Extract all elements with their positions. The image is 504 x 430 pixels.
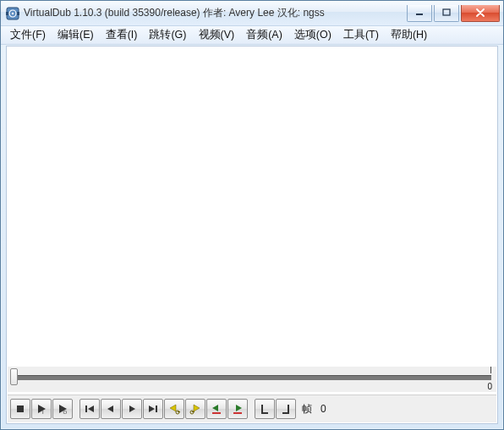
svg-rect-17 (156, 406, 157, 412)
mark-in-icon (258, 402, 271, 416)
scene-prev-button[interactable] (206, 399, 227, 419)
mark-out-button[interactable] (276, 399, 296, 419)
svg-rect-3 (6, 12, 8, 15)
timeline-track[interactable] (13, 375, 491, 380)
play-input-icon: I (35, 402, 48, 416)
frame-label: 帧 0 (302, 402, 326, 416)
svg-marker-14 (107, 406, 113, 412)
svg-rect-27 (233, 412, 242, 414)
window-controls (407, 5, 500, 22)
scene-next-button[interactable] (227, 399, 248, 419)
svg-rect-12 (85, 406, 87, 412)
key-next-icon (189, 402, 202, 416)
key-prev-icon (167, 402, 181, 416)
svg-marker-16 (149, 406, 155, 412)
menu-video[interactable]: 视频(V) (193, 26, 241, 44)
menu-file[interactable]: 文件(F) (4, 26, 52, 44)
menu-tools[interactable]: 工具(T) (337, 26, 385, 44)
svg-rect-5 (416, 14, 423, 15)
svg-marker-24 (212, 405, 218, 411)
go-start-button[interactable] (79, 399, 100, 419)
app-window: VirtualDub 1.10.3 (build 35390/release) … (0, 0, 504, 430)
menu-help[interactable]: 帮助(H) (385, 26, 433, 44)
svg-rect-7 (17, 406, 24, 412)
svg-text:I: I (42, 410, 44, 415)
step-forward-button[interactable] (122, 399, 142, 419)
menu-options[interactable]: 选项(O) (288, 26, 337, 44)
frame-value: 0 (320, 403, 326, 415)
svg-marker-21 (194, 405, 200, 411)
menubar: 文件(F) 编辑(E) 查看(I) 跳转(G) 视频(V) 音频(A) 选项(O… (1, 26, 503, 45)
svg-marker-13 (88, 406, 94, 412)
svg-marker-15 (129, 406, 135, 412)
go-end-button[interactable] (143, 399, 163, 419)
scene-next-icon (231, 402, 244, 416)
timeline-end-tick (490, 367, 491, 373)
svg-rect-4 (17, 12, 19, 15)
maximize-button[interactable] (434, 5, 459, 22)
go-start-icon (83, 402, 96, 416)
timeline[interactable]: 0 (8, 367, 496, 392)
go-end-icon (146, 402, 160, 416)
client-area: 0 I O (6, 46, 498, 424)
mark-out-icon (279, 402, 293, 416)
mark-in-button[interactable] (255, 399, 275, 419)
svg-rect-6 (443, 9, 450, 15)
menu-goto[interactable]: 跳转(G) (143, 26, 192, 44)
step-back-icon (104, 402, 118, 416)
svg-rect-25 (212, 412, 221, 414)
frame-label-text: 帧 (302, 403, 312, 415)
video-pane (8, 47, 496, 364)
app-icon (6, 7, 19, 20)
play-output-button[interactable]: O (52, 399, 73, 419)
menu-edit[interactable]: 编辑(E) (52, 26, 100, 44)
play-output-icon: O (56, 402, 69, 416)
timeline-thumb[interactable] (10, 368, 18, 385)
svg-rect-23 (192, 411, 194, 412)
key-next-button[interactable] (185, 399, 205, 419)
menu-audio[interactable]: 音频(A) (240, 26, 288, 44)
close-button[interactable] (461, 5, 500, 22)
svg-rect-20 (178, 411, 180, 412)
minimize-button[interactable] (407, 5, 432, 22)
step-forward-icon (125, 402, 139, 416)
svg-text:O: O (63, 410, 68, 415)
stop-icon (14, 402, 27, 416)
scene-prev-icon (210, 402, 223, 416)
play-input-button[interactable]: I (31, 399, 52, 419)
transport-toolbar: I O (8, 395, 496, 422)
step-back-button[interactable] (101, 399, 121, 419)
window-title: VirtualDub 1.10.3 (build 35390/release) … (24, 6, 407, 20)
menu-view[interactable]: 查看(I) (100, 26, 144, 44)
svg-marker-18 (170, 405, 176, 411)
titlebar[interactable]: VirtualDub 1.10.3 (build 35390/release) … (1, 1, 503, 26)
timeline-end-label: 0 (487, 382, 492, 391)
stop-button[interactable] (10, 399, 30, 419)
key-prev-button[interactable] (164, 399, 184, 419)
svg-point-2 (12, 12, 14, 14)
svg-marker-26 (236, 405, 242, 411)
